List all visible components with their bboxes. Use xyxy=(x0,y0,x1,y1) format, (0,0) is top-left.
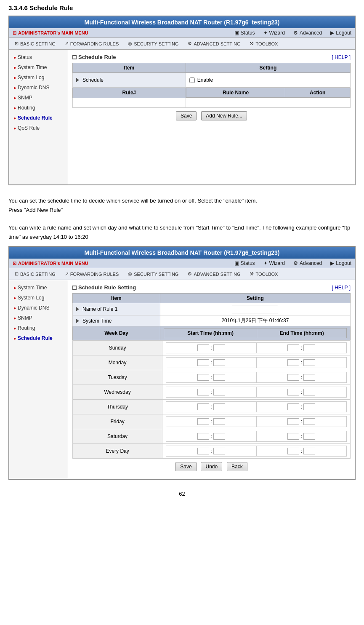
brand-label-2: ADMINISTRATOR's MAIN MENU xyxy=(18,261,88,266)
name-of-rule-input-cell xyxy=(160,303,350,315)
help-link-1[interactable]: [ HELP ] xyxy=(332,54,351,60)
start-min-input[interactable] xyxy=(213,374,225,381)
nav-brand-2[interactable]: ⊡ ADMINISTRATOR's MAIN MENU xyxy=(13,261,88,266)
subnav-security-setting-2[interactable]: ◎ SECURITY SETTING xyxy=(125,270,181,278)
sidebar-item-system-time-1[interactable]: ● System Time xyxy=(9,62,68,72)
sidebar-item-dynamic-dns-2[interactable]: ● Dynamic DNS xyxy=(9,303,68,313)
subnav-basic-setting-2[interactable]: ⊡ BASIC SETTING xyxy=(12,270,58,278)
colon-sep: : xyxy=(210,389,212,395)
basic-setting-icon-2: ⊡ xyxy=(15,271,19,277)
sidebar-item-status-1[interactable]: ● Status xyxy=(9,52,68,62)
start-min-input[interactable] xyxy=(213,403,225,410)
sidebar-item-snmp-1[interactable]: ● SNMP xyxy=(9,93,68,103)
table-row-day: Friday : : xyxy=(73,414,351,429)
system-time-value: 2010年1月26日 下午 01:46:37 xyxy=(221,318,289,323)
end-hour-input[interactable] xyxy=(287,389,299,395)
end-hour-input[interactable] xyxy=(287,345,299,351)
end-hour-input[interactable] xyxy=(287,359,299,366)
router-body-1: ● Status ● System Time ● System Log ● Dy… xyxy=(9,50,355,184)
sidebar-item-routing-1[interactable]: ● Routing xyxy=(9,103,68,113)
sidebar-item-qos-rule-1[interactable]: ● QoS Rule xyxy=(9,123,68,133)
bullet-icon: ● xyxy=(13,106,16,110)
end-min-input[interactable] xyxy=(303,403,315,410)
back-button[interactable]: Back xyxy=(227,462,247,471)
subnav-forwarding-rules-2[interactable]: ↗ FORWARDING RULES xyxy=(62,270,122,278)
start-hour-input[interactable] xyxy=(197,389,209,395)
nav-wizard-2[interactable]: ✦ Wizard xyxy=(263,260,285,266)
table-row-day: Monday : : xyxy=(73,355,351,370)
subnav-advanced-setting[interactable]: ⚙ ADVANCED SETTING xyxy=(185,40,243,48)
sidebar-item-schedule-rule-2[interactable]: ● Schedule Rule xyxy=(9,333,68,343)
subnav-basic-setting[interactable]: ⊡ BASIC SETTING xyxy=(12,40,58,48)
nav-status-2[interactable]: ▣ Status xyxy=(234,260,255,266)
start-min-input[interactable] xyxy=(213,448,225,454)
sidebar-item-system-log-2[interactable]: ● System Log xyxy=(9,293,68,303)
table-row-day: Thursday : : xyxy=(73,400,351,414)
nav-wizard[interactable]: ✦ Wizard xyxy=(263,30,285,36)
bullet-icon: ● xyxy=(13,296,16,300)
end-min-input[interactable] xyxy=(303,345,315,351)
schedule-label: Schedule xyxy=(82,77,104,83)
subnav-advanced-setting-2[interactable]: ⚙ ADVANCED SETTING xyxy=(185,270,243,278)
name-of-rule-input[interactable] xyxy=(232,305,278,313)
table-row-day: Sunday : : xyxy=(73,341,351,355)
end-min-input[interactable] xyxy=(303,359,315,366)
start-hour-input[interactable] xyxy=(197,448,209,454)
start-hour-input[interactable] xyxy=(197,433,209,440)
end-min-input[interactable] xyxy=(303,418,315,425)
start-hour-input[interactable] xyxy=(197,345,209,351)
start-hour-input[interactable] xyxy=(197,359,209,366)
router-title: Multi-Functional Wireless Broadband NAT … xyxy=(84,19,279,26)
save-button-1[interactable]: Save xyxy=(176,111,197,120)
end-min-input[interactable] xyxy=(303,433,315,440)
subnav-forwarding-rules[interactable]: ↗ FORWARDING RULES xyxy=(62,40,122,48)
subnav-toolbox[interactable]: ⚒ TOOLBOX xyxy=(247,40,281,48)
text-block-2: You can write a rule name and set which … xyxy=(8,219,356,246)
help-link-2[interactable]: [ HELP ] xyxy=(332,285,351,291)
nav-advanced-2[interactable]: ⚙ Advanced xyxy=(293,260,322,266)
sidebar-item-dynamic-dns-1[interactable]: ● Dynamic DNS xyxy=(9,83,68,93)
table-row-empty xyxy=(73,98,351,108)
sidebar-item-system-log-1[interactable]: ● System Log xyxy=(9,72,68,83)
nav-status[interactable]: ▣ Status xyxy=(234,30,255,36)
sidebar-item-routing-2[interactable]: ● Routing xyxy=(9,323,68,333)
bullet-icon: ● xyxy=(13,96,16,100)
week-day-header: Week Day xyxy=(73,326,160,340)
start-hour-input[interactable] xyxy=(197,418,209,425)
start-min-input[interactable] xyxy=(213,389,225,395)
undo-button[interactable]: Undo xyxy=(201,462,222,471)
enable-checkbox[interactable] xyxy=(189,77,195,83)
end-min-input[interactable] xyxy=(303,448,315,454)
start-min-input[interactable] xyxy=(213,418,225,425)
end-hour-input[interactable] xyxy=(287,433,299,440)
subnav-toolbox-2[interactable]: ⚒ TOOLBOX xyxy=(247,270,281,278)
nav-logout-2[interactable]: ▶ Logout xyxy=(330,260,351,266)
start-hour-input[interactable] xyxy=(197,403,209,410)
add-new-rule-button[interactable]: Add New Rule... xyxy=(201,111,247,120)
start-hour-input[interactable] xyxy=(197,374,209,381)
router-nav-2: ⊡ ADMINISTRATOR's MAIN MENU ▣ Status ✦ W… xyxy=(9,259,355,268)
table-row-system-time: System Time 2010年1月26日 下午 01:46:37 xyxy=(73,315,351,326)
end-min-input[interactable] xyxy=(303,389,315,395)
start-min-input[interactable] xyxy=(213,359,225,366)
day-label: Saturday xyxy=(73,429,162,444)
nav-brand[interactable]: ⊡ ADMINISTRATOR's MAIN MENU xyxy=(13,30,88,36)
name-of-rule-label: Name of Rule 1 xyxy=(82,306,117,312)
end-hour-input[interactable] xyxy=(287,448,299,454)
end-hour-input[interactable] xyxy=(287,418,299,425)
end-hour-input[interactable] xyxy=(287,374,299,381)
bullet-icon: ● xyxy=(13,306,16,310)
start-min-input[interactable] xyxy=(213,433,225,440)
nav-advanced[interactable]: ⚙ Advanced xyxy=(293,30,322,36)
sidebar-item-system-time-2[interactable]: ● System Time xyxy=(9,283,68,293)
text-para-1: You can set the schedule time to decide … xyxy=(8,196,356,206)
start-min-input[interactable] xyxy=(213,345,225,351)
sidebar-item-snmp-2[interactable]: ● SNMP xyxy=(9,313,68,323)
save-button-2[interactable]: Save xyxy=(175,462,196,471)
end-min-input[interactable] xyxy=(303,374,315,381)
subnav-security-setting[interactable]: ◎ SECURITY SETTING xyxy=(125,40,181,48)
sidebar-item-schedule-rule-1[interactable]: ● Schedule Rule xyxy=(9,113,68,123)
end-hour-input[interactable] xyxy=(287,403,299,410)
nav-logout[interactable]: ▶ Logout xyxy=(330,30,351,36)
panel-header-1: Schedule Rule [ HELP ] xyxy=(72,54,351,60)
